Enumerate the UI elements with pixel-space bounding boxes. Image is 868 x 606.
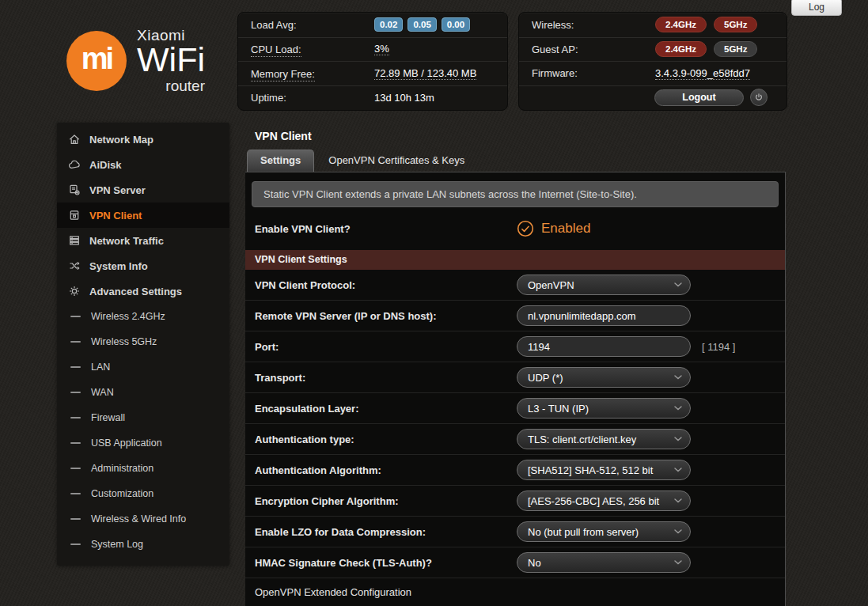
sidebar-subitem-label: Administration <box>91 463 154 474</box>
cpu-load-value: 3% <box>374 43 389 55</box>
select-encapsulation-layer[interactable]: L3 - TUN (IP) <box>517 398 691 419</box>
memory-free-row: Memory Free: 72.89 MB / 123.40 MB <box>238 61 507 85</box>
transport-label: Transport: <box>245 372 517 384</box>
encapsulation-layer-label: Encapsulation Layer: <box>245 403 517 415</box>
form-row-encryption-cipher-algorithm: Encryption Cipher Algorithm:[AES-256-CBC… <box>245 486 785 517</box>
sidebar-subitem-label: LAN <box>91 362 110 373</box>
sidebar-item-label: Network Traffic <box>89 235 164 247</box>
encryption-cipher-algorithm-label: Encryption Cipher Algorithm: <box>245 495 517 507</box>
dash-icon <box>70 468 81 469</box>
power-button[interactable] <box>750 89 768 106</box>
input-remote-vpn-server[interactable] <box>517 305 691 326</box>
sidebar-subitem-label: Wireless 2.4GHz <box>91 311 165 322</box>
input-port[interactable] <box>517 336 691 357</box>
load-avg-label: Load Avg: <box>251 19 374 31</box>
authentication-algorithm-value: [SHA512] SHA-512, 512 bit <box>528 464 653 476</box>
sidebar-subitem-firewall[interactable]: Firewall <box>57 405 229 430</box>
sidebar-subitem-label: Wireless & Wired Info <box>91 513 186 525</box>
form-rows: VPN Client Protocol:OpenVPNRemote VPN Se… <box>245 270 785 578</box>
sidebar-item-label: VPN Server <box>89 184 146 196</box>
wireless-row: Wireless: 2.4GHz5GHz <box>519 13 787 37</box>
chevron-down-icon <box>674 498 682 503</box>
select-transport[interactable]: UDP (*) <box>517 367 691 388</box>
wireless-badges: 2.4GHz5GHz <box>655 17 764 32</box>
gear-icon <box>68 285 81 297</box>
hmac-signature-check-label: HMAC Signature Check (TLS-Auth)? <box>245 557 517 569</box>
guest-ap-badges: 2.4GHz5GHz <box>655 41 764 57</box>
sidebar-subitem-wireless-5ghz[interactable]: Wireless 5GHz <box>57 329 229 354</box>
sidebar-item-label: Network Map <box>89 134 154 146</box>
guest-ap-label: Guest AP: <box>532 44 655 55</box>
sidebar-item-aidisk[interactable]: AiDisk <box>57 152 229 177</box>
vpn-client-protocol-value: OpenVPN <box>528 279 574 291</box>
select-encryption-cipher-algorithm[interactable]: [AES-256-CBC] AES, 256 bit <box>517 490 691 511</box>
tab-openvpn-certificates-keys[interactable]: OpenVPN Certificates & Keys <box>314 150 479 172</box>
sidebar-subitem-wireless-wired-info[interactable]: Wireless & Wired Info <box>57 506 229 532</box>
form-row-vpn-client-protocol: VPN Client Protocol:OpenVPN <box>245 270 785 301</box>
sidebar-item-system-info[interactable]: System Info <box>57 253 229 278</box>
dash-icon <box>70 366 81 368</box>
lzo-compression-value: No (but pull from server) <box>528 526 639 538</box>
sidebar-subitem-label: WAN <box>91 387 114 398</box>
cloud-icon <box>68 158 81 171</box>
tabstrip: SettingsOpenVPN Certificates & Keys <box>245 149 786 172</box>
sidebar-subitem-system-log[interactable]: System Log <box>57 532 229 557</box>
authentication-type-value: TLS: client.crt/client.key <box>528 434 636 445</box>
select-hmac-signature-check[interactable]: No <box>517 552 691 573</box>
chevron-down-icon <box>674 529 682 534</box>
sidebar-item-network-map[interactable]: Network Map <box>57 127 229 152</box>
vpn-enabled-toggle[interactable]: Enabled <box>517 220 590 237</box>
form-row-lzo-compression: Enable LZO for Data Compression:No (but … <box>245 517 785 547</box>
firmware-value[interactable]: 3.4.3.9-099_e58fdd7 <box>655 67 750 80</box>
load-avg-badge: 0.05 <box>407 17 436 32</box>
sidebar-item-vpn-client[interactable]: VPN Client <box>57 203 229 228</box>
chevron-down-icon <box>674 282 682 287</box>
encryption-cipher-algorithm-value: [AES-256-CBC] AES, 256 bit <box>528 495 659 507</box>
hmac-signature-check-value: No <box>528 557 541 569</box>
sidebar-subitem-lan[interactable]: LAN <box>57 354 229 380</box>
dash-icon <box>70 518 81 520</box>
sidebar-subitem-label: USB Application <box>91 437 162 449</box>
sidebar-item-label: Advanced Settings <box>89 286 182 297</box>
remote-vpn-server-label: Remote VPN Server (IP or DNS host): <box>245 310 517 322</box>
wireless-label: Wireless: <box>532 19 655 31</box>
sidebar-subitem-wan[interactable]: WAN <box>57 380 229 405</box>
guest-ap-row: Guest AP: 2.4GHz5GHz <box>519 37 787 62</box>
select-vpn-client-protocol[interactable]: OpenVPN <box>517 275 691 295</box>
extended-config-label: OpenVPN Extended Configuration <box>245 578 785 605</box>
select-authentication-algorithm[interactable]: [SHA512] SHA-512, 512 bit <box>517 460 691 480</box>
5ghz-badge[interactable]: 5GHz <box>714 17 757 32</box>
sidebar-subitem-wireless-2-4ghz[interactable]: Wireless 2.4GHz <box>57 304 229 329</box>
2-4ghz-badge[interactable]: 2.4GHz <box>655 41 707 57</box>
select-lzo-compression[interactable]: No (but pull from server) <box>517 521 691 542</box>
system-status-panel: Load Avg: 0.020.050.00 CPU Load: 3% Memo… <box>237 12 508 111</box>
port-label: Port: <box>245 341 517 353</box>
main-content: VPN Client SettingsOpenVPN Certificates … <box>245 127 786 606</box>
sidebar-subitem-administration[interactable]: Administration <box>57 456 229 481</box>
memory-free-label[interactable]: Memory Free: <box>251 68 315 81</box>
sidebar-item-vpn-server[interactable]: VPN Server <box>57 177 229 203</box>
sidebar-subitem-label: System Log <box>91 539 143 550</box>
sidebar: Network MapAiDiskVPN ServerVPN ClientNet… <box>57 123 229 566</box>
logo-text: Xiaomi WiFi router <box>137 27 205 95</box>
check-circle-icon <box>517 220 534 237</box>
sidebar-item-network-traffic[interactable]: Network Traffic <box>57 228 229 253</box>
chevron-down-icon <box>674 437 682 441</box>
sidebar-subitem-label: Firewall <box>91 412 125 423</box>
dash-icon <box>70 442 81 444</box>
5ghz-badge[interactable]: 5GHz <box>714 41 757 57</box>
select-authentication-type[interactable]: TLS: client.crt/client.key <box>517 429 691 449</box>
sidebar-subitem-label: Customization <box>91 488 154 499</box>
log-button[interactable]: Log <box>791 0 842 16</box>
enable-vpn-row: Enable VPN Client? Enabled <box>245 207 785 250</box>
sidebar-subitem-customization[interactable]: Customization <box>57 481 229 506</box>
logout-button[interactable]: Logout <box>654 89 744 106</box>
logo-product: WiFi <box>137 44 205 76</box>
sidebar-subitem-usb-application[interactable]: USB Application <box>57 430 229 456</box>
mi-logo-icon: mi <box>66 31 127 91</box>
sidebar-item-advanced-settings[interactable]: Advanced Settings <box>57 278 229 304</box>
2-4ghz-badge[interactable]: 2.4GHz <box>655 17 707 32</box>
form-row-transport: Transport:UDP (*) <box>245 362 785 393</box>
cpu-load-label[interactable]: CPU Load: <box>251 44 301 57</box>
tab-settings[interactable]: Settings <box>247 150 314 172</box>
